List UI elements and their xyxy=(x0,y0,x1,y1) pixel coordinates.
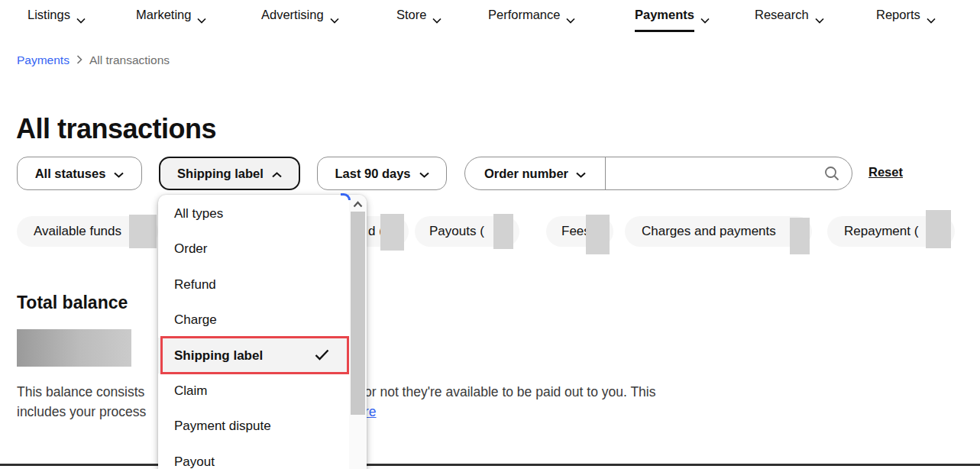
balance-desc-line1-left: This balance consists xyxy=(17,384,144,400)
balance-desc-line1-right: or not they're available to be paid out … xyxy=(364,384,655,400)
chevron-down-icon xyxy=(927,12,936,27)
chevron-down-icon xyxy=(566,12,575,27)
nav-item-label: Reports xyxy=(876,6,920,32)
redacted-value xyxy=(380,214,404,251)
nav-item-marketing[interactable]: Marketing xyxy=(136,6,206,32)
breadcrumb: Payments All transactions xyxy=(17,53,170,67)
nav-item-advertising[interactable]: Advertising xyxy=(261,6,339,32)
search-combo: Order number xyxy=(464,157,852,190)
balance-desc-line2-left: includes your process xyxy=(17,404,146,420)
status-filter-label: All statuses xyxy=(35,167,106,181)
pill-label: Repayment ( xyxy=(827,224,918,239)
menu-item-payout[interactable]: Payout xyxy=(158,445,349,469)
breadcrumb-link-payments[interactable]: Payments xyxy=(17,53,70,67)
chevron-right-icon xyxy=(76,53,82,67)
chevron-down-icon xyxy=(114,167,124,181)
pill-label: Charges and payments xyxy=(625,224,776,239)
type-filter-button[interactable]: Shipping label xyxy=(159,157,300,190)
menu-item-shipping-label[interactable]: Shipping label xyxy=(158,338,349,374)
menu-item-refund[interactable]: Refund xyxy=(158,267,349,302)
breadcrumb-current: All transactions xyxy=(89,53,170,67)
pill-available-funds[interactable]: Available funds xyxy=(17,216,158,247)
menu-item-order[interactable]: Order xyxy=(158,231,349,267)
checkmark-icon xyxy=(315,349,329,364)
search-input[interactable] xyxy=(606,157,821,189)
nav-item-label: Listings xyxy=(27,6,70,32)
total-balance-amount-redacted xyxy=(17,329,131,367)
chevron-down-icon xyxy=(432,12,441,27)
redacted-value xyxy=(586,215,610,254)
pill-fees[interactable]: Fees ( xyxy=(546,216,613,247)
pill-label: Available funds xyxy=(17,224,121,239)
nav-item-performance[interactable]: Performance xyxy=(488,6,575,32)
date-filter-label: Last 90 days xyxy=(335,167,410,181)
scroll-up-arrow-icon[interactable] xyxy=(349,196,367,212)
menu-item-payment-dispute[interactable]: Payment dispute xyxy=(158,409,349,444)
chevron-down-icon xyxy=(576,167,586,181)
date-filter-button[interactable]: Last 90 days xyxy=(317,157,447,190)
nav-item-research[interactable]: Research xyxy=(755,6,824,32)
menu-item-label: Shipping label xyxy=(174,348,263,364)
status-filter-button[interactable]: All statuses xyxy=(17,157,142,190)
redacted-value xyxy=(129,215,157,248)
search-icon[interactable] xyxy=(821,166,852,181)
menu-item-charge[interactable]: Charge xyxy=(158,302,349,338)
type-filter-menu: All types Order Refund Charge Shipping l… xyxy=(158,195,367,469)
nav-item-payments[interactable]: Payments xyxy=(635,6,710,32)
type-filter-label: Shipping label xyxy=(177,167,264,181)
chevron-up-icon xyxy=(272,167,282,181)
pill-charges-and-payments[interactable]: Charges and payments xyxy=(625,216,812,247)
chevron-down-icon xyxy=(419,167,429,181)
scrollbar-thumb[interactable] xyxy=(351,212,365,415)
total-balance-heading: Total balance xyxy=(17,293,128,313)
chevron-down-icon xyxy=(330,12,339,27)
chevron-down-icon xyxy=(815,12,824,27)
nav-item-label: Research xyxy=(755,6,809,32)
menu-item-all-types[interactable]: All types xyxy=(158,196,349,231)
reset-filters-link[interactable]: Reset xyxy=(868,165,903,180)
pill-repayment[interactable]: Repayment ( xyxy=(827,216,955,247)
chevron-down-icon xyxy=(76,12,86,27)
redacted-value xyxy=(926,210,951,248)
redacted-value xyxy=(790,218,810,254)
chevron-down-icon xyxy=(700,12,710,27)
nav-item-label: Performance xyxy=(488,6,560,32)
page-title: All transactions xyxy=(16,113,216,145)
search-category-label: Order number xyxy=(484,167,568,181)
redacted-value xyxy=(493,214,513,249)
nav-item-listings[interactable]: Listings xyxy=(27,6,86,32)
menu-item-claim[interactable]: Claim xyxy=(158,374,349,409)
search-category-dropdown[interactable]: Order number xyxy=(465,157,606,189)
nav-item-reports[interactable]: Reports xyxy=(876,6,936,32)
nav-item-label: Advertising xyxy=(261,6,324,32)
nav-item-label: Marketing xyxy=(136,6,191,32)
pill-label: Payouts ( xyxy=(415,224,484,239)
chevron-down-icon xyxy=(197,12,206,27)
nav-item-store[interactable]: Store xyxy=(396,6,441,32)
menu-scrollbar xyxy=(349,195,367,469)
section-divider xyxy=(0,464,980,466)
nav-item-label: Store xyxy=(396,6,426,32)
nav-item-label: Payments xyxy=(635,6,694,32)
pill-payouts[interactable]: Payouts ( xyxy=(415,216,519,247)
